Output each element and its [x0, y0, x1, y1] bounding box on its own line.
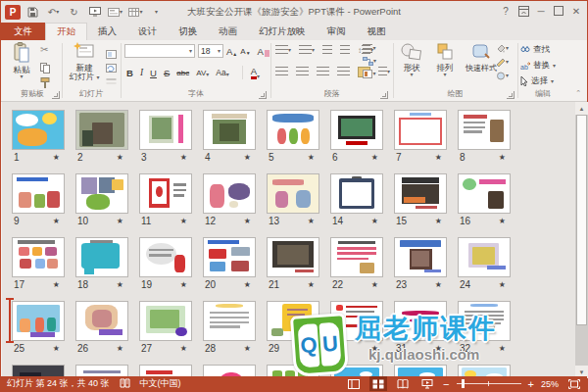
- strikethrough-button[interactable]: abc: [176, 69, 189, 77]
- slide-thumbnail-28[interactable]: [203, 301, 256, 341]
- find-button[interactable]: 查找: [520, 44, 550, 56]
- slide-thumbnail-19[interactable]: [139, 237, 192, 277]
- convert-smartart-icon[interactable]: ▾: [363, 57, 376, 66]
- slide-thumbnail-10[interactable]: [75, 173, 128, 214]
- shapes-button[interactable]: 形状▾: [396, 42, 427, 77]
- justify-icon[interactable]: [337, 67, 350, 77]
- fit-to-window-icon[interactable]: [565, 376, 583, 391]
- bold-button[interactable]: B: [126, 68, 133, 78]
- language-status[interactable]: 中文(中国): [140, 377, 181, 390]
- tab-视图[interactable]: 视图: [357, 23, 397, 40]
- slide-thumbnail-32[interactable]: [458, 301, 511, 341]
- quick-styles-button[interactable]: 快速样式: [463, 42, 500, 73]
- tab-幻灯片放映[interactable]: 幻灯片放映: [248, 23, 317, 40]
- zoom-in-icon[interactable]: +: [528, 379, 534, 389]
- text-direction-icon[interactable]: ▾: [378, 67, 390, 77]
- slide-thumbnail-26[interactable]: [75, 301, 128, 341]
- slide-sorter-view-icon[interactable]: [369, 376, 387, 391]
- slide-thumbnail-4[interactable]: [203, 110, 256, 150]
- slide-thumbnail-17[interactable]: [12, 237, 65, 277]
- slide-thumbnail-31[interactable]: [394, 301, 447, 341]
- tab-设计[interactable]: 设计: [127, 23, 168, 40]
- slideshow-from-start-icon[interactable]: [86, 4, 103, 20]
- numbering-icon[interactable]: ▾: [299, 45, 315, 56]
- redo-icon[interactable]: ↻: [66, 4, 82, 20]
- normal-view-icon[interactable]: [345, 376, 363, 391]
- shape-outline-icon[interactable]: ▾: [496, 58, 509, 67]
- arrange-button[interactable]: 排列▾: [429, 42, 461, 77]
- customize-qat-icon[interactable]: ▾: [148, 4, 165, 20]
- align-center-icon[interactable]: [296, 67, 309, 77]
- qat-slide-button[interactable]: ▾: [107, 4, 123, 20]
- text-shadow-button[interactable]: S: [164, 68, 170, 78]
- slide-thumbnail-5[interactable]: [267, 110, 319, 150]
- tab-文件[interactable]: 文件: [1, 23, 45, 40]
- zoom-slider[interactable]: [457, 383, 521, 384]
- slide-show-icon[interactable]: [418, 376, 436, 391]
- paste-button[interactable]: 粘贴 ▾: [7, 42, 36, 79]
- tab-开始[interactable]: 开始: [45, 23, 87, 40]
- tab-切换[interactable]: 切换: [168, 23, 208, 40]
- slide-thumbnail-11[interactable]: [139, 173, 192, 214]
- zoom-out-icon[interactable]: −: [443, 379, 449, 389]
- slide-thumbnail-1[interactable]: [12, 110, 65, 150]
- cut-icon[interactable]: ✂: [40, 44, 48, 55]
- help-icon[interactable]: ?: [497, 1, 514, 21]
- vertical-scrollbar[interactable]: ▲ ▼: [575, 102, 588, 378]
- font-dialog-launcher[interactable]: [259, 91, 267, 99]
- proofing-icon[interactable]: [120, 378, 130, 390]
- slide-thumbnail-21[interactable]: [267, 237, 319, 277]
- smartart-icon[interactable]: ▾: [363, 70, 375, 78]
- zoom-slider-thumb[interactable]: [462, 379, 465, 388]
- slide-thumbnail-18[interactable]: [75, 237, 128, 277]
- change-case-button[interactable]: Aa▾: [216, 68, 228, 77]
- italic-button[interactable]: I: [140, 68, 143, 77]
- slide-thumbnail-16[interactable]: [458, 173, 511, 214]
- reading-view-icon[interactable]: [394, 376, 412, 391]
- slide-thumbnail-3[interactable]: [139, 110, 192, 150]
- clipboard-dialog-launcher[interactable]: [52, 91, 60, 99]
- scroll-up-icon[interactable]: ▲: [575, 102, 588, 115]
- close-icon[interactable]: ✕: [567, 1, 585, 21]
- align-left-icon[interactable]: [275, 67, 288, 77]
- collapse-ribbon-icon[interactable]: ⌃: [575, 89, 581, 97]
- ribbon-display-options-icon[interactable]: [514, 1, 532, 21]
- slide-thumbnail-20[interactable]: [203, 237, 256, 277]
- slide-thumbnail-22[interactable]: [330, 237, 383, 277]
- slide-thumbnail-9[interactable]: [12, 173, 65, 214]
- bullets-icon[interactable]: ▾: [275, 45, 291, 56]
- slide-thumbnail-29[interactable]: [267, 301, 319, 341]
- slide-thumbnail-25[interactable]: [12, 301, 65, 341]
- zoom-level[interactable]: 25%: [541, 379, 559, 389]
- scrollbar-thumb[interactable]: [576, 115, 587, 325]
- font-color-button[interactable]: A▾: [242, 66, 260, 79]
- slide-thumbnail-23[interactable]: [394, 237, 447, 277]
- tab-动画[interactable]: 动画: [208, 23, 248, 40]
- qat-table-button[interactable]: ▾: [127, 4, 144, 20]
- slide-thumbnail-13[interactable]: [267, 173, 319, 214]
- slide-thumbnail-27[interactable]: [139, 301, 192, 341]
- shrink-font-icon[interactable]: A▼: [240, 47, 250, 56]
- new-slide-button[interactable]: 新建 幻灯片 ▾: [67, 42, 102, 81]
- maximize-icon[interactable]: [550, 1, 567, 21]
- character-spacing-button[interactable]: AV▾: [196, 69, 209, 77]
- minimize-icon[interactable]: ─: [532, 1, 550, 21]
- drawing-dialog-launcher[interactable]: [507, 91, 514, 99]
- paragraph-dialog-launcher[interactable]: [380, 91, 388, 99]
- shape-effects-icon[interactable]: ▾: [496, 72, 509, 80]
- align-right-icon[interactable]: [317, 67, 329, 77]
- slide-thumbnail-15[interactable]: [394, 173, 447, 214]
- slide-count-status[interactable]: 幻灯片 第 24 张，共 40 张: [7, 377, 110, 390]
- slide-thumbnail-24[interactable]: [458, 237, 511, 277]
- replace-button[interactable]: ab 替换▾: [520, 60, 556, 72]
- font-size-combobox[interactable]: 18▾: [198, 44, 223, 58]
- increase-indent-icon[interactable]: [340, 45, 350, 56]
- slide-thumbnail-14[interactable]: [330, 173, 383, 214]
- align-text-icon[interactable]: ▾: [363, 44, 375, 53]
- slide-thumbnail-30[interactable]: [330, 301, 383, 341]
- slide-thumbnail-12[interactable]: [203, 173, 256, 214]
- slide-thumbnail-7[interactable]: [394, 110, 447, 150]
- decrease-indent-icon[interactable]: [322, 45, 332, 56]
- powerpoint-logo-icon[interactable]: P: [5, 5, 21, 20]
- slide-thumbnail-8[interactable]: [458, 110, 511, 150]
